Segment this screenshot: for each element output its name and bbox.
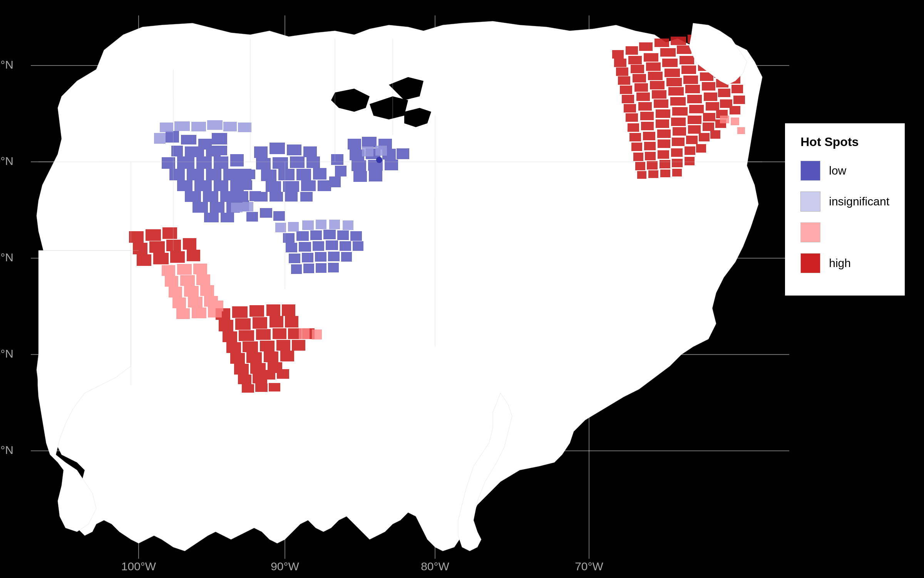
svg-rect-62	[335, 166, 346, 176]
svg-rect-88	[350, 231, 362, 241]
svg-rect-165	[704, 92, 717, 101]
legend-swatch-high-light	[800, 222, 820, 242]
svg-rect-57	[266, 181, 281, 192]
svg-rect-21	[214, 156, 228, 169]
svg-rect-74	[353, 171, 367, 182]
svg-rect-220	[137, 254, 151, 266]
svg-rect-210	[648, 170, 658, 178]
svg-rect-29	[194, 180, 212, 191]
svg-rect-106	[191, 122, 206, 131]
svg-rect-65	[362, 137, 377, 148]
svg-rect-133	[631, 65, 644, 73]
svg-rect-208	[685, 157, 695, 165]
svg-rect-188	[688, 125, 701, 134]
svg-rect-179	[671, 118, 686, 126]
svg-rect-30	[214, 180, 228, 191]
svg-rect-242	[260, 341, 275, 351]
svg-point-289	[376, 157, 382, 163]
lon-80-label: 80°W	[421, 560, 449, 573]
lat-25-label: 25°N	[0, 444, 13, 456]
svg-rect-95	[289, 254, 300, 263]
svg-rect-101	[303, 264, 314, 273]
svg-rect-205	[647, 161, 658, 170]
svg-rect-40	[221, 213, 234, 222]
svg-rect-122	[626, 46, 638, 55]
svg-rect-259	[162, 265, 175, 276]
svg-rect-170	[656, 109, 670, 118]
svg-rect-264	[196, 274, 210, 285]
svg-rect-121	[612, 50, 624, 59]
svg-rect-113	[275, 223, 286, 232]
svg-rect-139	[633, 74, 646, 82]
svg-rect-275	[731, 118, 739, 125]
svg-rect-91	[313, 241, 324, 251]
svg-rect-61	[331, 154, 343, 165]
svg-rect-100	[291, 264, 302, 274]
svg-rect-94	[353, 241, 363, 251]
svg-rect-189	[703, 123, 714, 131]
svg-rect-157	[702, 82, 715, 91]
svg-rect-42	[241, 180, 252, 190]
svg-rect-114	[288, 222, 299, 232]
svg-rect-138	[618, 76, 630, 85]
lat-45-label: 45°N	[0, 58, 13, 71]
svg-rect-262	[165, 276, 178, 287]
svg-rect-135	[662, 59, 678, 67]
svg-rect-163	[670, 97, 686, 106]
svg-rect-256	[242, 384, 254, 393]
svg-rect-39	[204, 213, 219, 222]
svg-rect-212	[672, 169, 682, 176]
svg-rect-215	[162, 227, 177, 239]
svg-rect-111	[231, 203, 243, 212]
svg-rect-156	[685, 85, 700, 93]
svg-rect-164	[687, 95, 702, 103]
svg-rect-26	[223, 169, 237, 180]
svg-rect-249	[234, 364, 249, 375]
svg-rect-152	[622, 95, 634, 103]
svg-rect-85	[310, 230, 322, 240]
svg-rect-86	[323, 230, 336, 239]
svg-rect-221	[153, 253, 169, 264]
svg-rect-213	[129, 231, 144, 243]
svg-rect-223	[187, 250, 200, 261]
svg-rect-162	[654, 99, 668, 108]
svg-rect-269	[188, 297, 203, 307]
svg-rect-60	[318, 180, 331, 191]
svg-rect-127	[614, 59, 626, 67]
svg-rect-155	[668, 87, 684, 96]
svg-rect-75	[369, 171, 382, 181]
svg-rect-171	[672, 107, 688, 116]
svg-rect-147	[650, 81, 665, 89]
svg-rect-24	[187, 169, 204, 180]
svg-rect-136	[680, 56, 694, 64]
svg-rect-53	[261, 170, 276, 181]
svg-rect-142	[681, 66, 696, 74]
svg-rect-17	[216, 146, 227, 155]
svg-rect-64	[348, 139, 361, 150]
svg-rect-234	[223, 331, 237, 342]
svg-rect-219	[183, 238, 196, 250]
svg-rect-120	[375, 146, 387, 156]
svg-rect-43	[244, 170, 255, 179]
lat-35-label: 35°N	[0, 251, 13, 264]
legend-title: Hot Spots	[800, 135, 889, 149]
svg-rect-148	[666, 78, 682, 86]
svg-rect-186	[657, 129, 671, 138]
svg-rect-178	[656, 119, 669, 128]
svg-rect-32	[185, 191, 201, 202]
svg-rect-56	[313, 168, 326, 180]
svg-rect-266	[184, 286, 199, 297]
svg-rect-263	[180, 275, 195, 286]
svg-rect-70	[397, 148, 409, 159]
svg-rect-97	[315, 252, 326, 262]
svg-rect-230	[235, 318, 251, 330]
lat-30-label: 30°N	[0, 347, 13, 360]
svg-rect-13	[212, 133, 227, 144]
svg-rect-22	[230, 154, 244, 166]
svg-rect-207	[672, 159, 683, 167]
map-container: 45°N 40°N 35°N 30°N 25°N 100°W 90°W 80°W…	[0, 0, 924, 578]
svg-rect-49	[256, 158, 271, 170]
svg-rect-222	[170, 251, 185, 263]
svg-rect-197	[710, 130, 720, 139]
svg-rect-104	[160, 123, 173, 132]
